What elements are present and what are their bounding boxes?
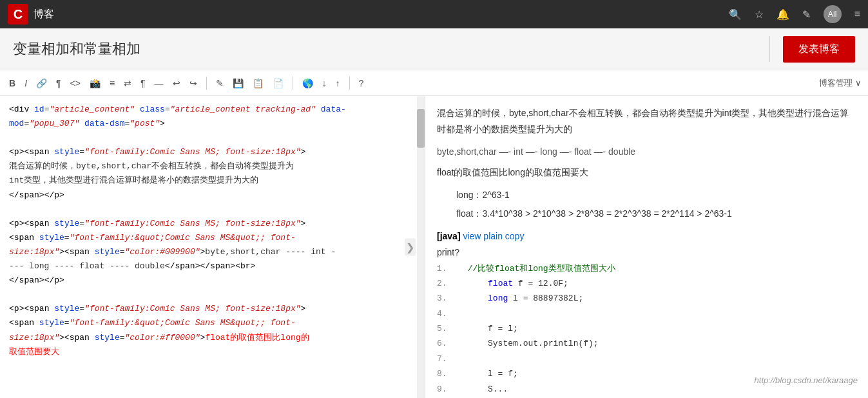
topbar: C 博客 🔍 ☆ 🔔 ✎ Ail ≡ xyxy=(0,0,868,28)
code-line-5: 混合运算的时候，byte,short,char不会相互转换，都会自动将类型提升为 xyxy=(9,159,416,174)
code-line-5: 5. f = l; xyxy=(437,321,856,336)
editor-content[interactable]: <div id="article_content" class="article… xyxy=(0,96,425,398)
paste-text-button[interactable]: 📄 xyxy=(270,77,286,90)
avatar-label: Ail xyxy=(828,10,836,19)
dropdown-arrow-icon: ∨ xyxy=(855,78,862,88)
menu-icon[interactable]: ≡ xyxy=(854,8,860,20)
header-divider xyxy=(769,36,770,62)
undo-button[interactable]: ↩ xyxy=(170,77,183,90)
code-line-4: 4. xyxy=(437,306,856,321)
bold-button[interactable]: B xyxy=(6,77,18,90)
publish-button[interactable]: 发表博客 xyxy=(783,36,855,63)
site-title: 博客 xyxy=(34,8,54,21)
code-line-12: --- long ---- float ---- double</span></… xyxy=(9,259,416,274)
star-icon[interactable]: ☆ xyxy=(755,8,764,21)
list-button[interactable]: ≡ xyxy=(107,77,117,90)
paragraph-button[interactable]: ¶ xyxy=(53,77,64,90)
redo-button[interactable]: ↪ xyxy=(187,77,200,90)
preview-para1: 混合运算的时候，byte,short,char不会相互转换，都会自动将类型提升为… xyxy=(437,105,856,137)
toolbar-separator2 xyxy=(293,77,293,90)
collapse-panel-button[interactable]: ❯ xyxy=(405,239,416,256)
indent-button[interactable]: ¶ xyxy=(138,77,148,90)
download-button[interactable]: ↓ xyxy=(320,77,329,90)
save-button[interactable]: 💾 xyxy=(230,77,246,90)
code-line-16: <span style="font-family:&quot;Comic San… xyxy=(9,316,416,330)
preview-indent2: float：3.4*10^38 > 2*10^38 > 2*8^38 = 2*2… xyxy=(456,206,856,222)
print-label: print? xyxy=(437,244,856,261)
code-line-17: size:18px"><span style="color:#ff0000">f… xyxy=(9,331,416,345)
view-plain-link[interactable]: view plain copy xyxy=(463,231,524,241)
code-line-14 xyxy=(9,288,416,302)
code-line-2: mod="popu_307" data-dsm="post"> xyxy=(9,117,416,131)
code-line-7: 7. xyxy=(437,352,856,366)
preview-indent1: long：2^63-1 xyxy=(456,187,856,203)
toolbar-right: 博客管理 ∨ xyxy=(819,77,862,89)
preview-para3: float的取值范围比long的取值范围要大 xyxy=(437,164,856,181)
paste-button[interactable]: 📋 xyxy=(250,77,266,90)
topbar-icons: 🔍 ☆ 🔔 ✎ Ail ≡ xyxy=(729,5,860,23)
divider-button[interactable]: — xyxy=(152,77,166,90)
scrollbar-thumb[interactable] xyxy=(417,109,425,148)
code-line-1: <div id="article_content" class="article… xyxy=(9,103,416,117)
code-button[interactable]: <> xyxy=(68,77,83,90)
code-line-1: 1. //比较float和long类型取值范围大小 xyxy=(437,261,856,276)
toolbar-separator xyxy=(206,77,207,90)
code-line-6: 6. System.out.println(f); xyxy=(437,336,856,351)
code-line-3 xyxy=(9,131,416,145)
code-line-6: int类型，其他类型进行混合运算时都是将小的数据类型提升为大的 xyxy=(9,174,416,188)
avatar[interactable]: Ail xyxy=(824,5,842,23)
editor-scrollbar[interactable] xyxy=(417,96,425,398)
upload-button[interactable]: ↑ xyxy=(333,77,343,90)
blog-manage-button[interactable]: 博客管理 ∨ xyxy=(819,77,862,89)
page-header: 变量相加和常量相加 发表博客 xyxy=(0,28,868,70)
preview-panel: 混合运算的时候，byte,short,char不会相互转换，都会自动将类型提升为… xyxy=(425,96,868,398)
watermark: http://blog.csdn.net/karaage xyxy=(755,373,858,388)
main-area: <div id="article_content" class="article… xyxy=(0,96,868,398)
editor-panel: <div id="article_content" class="article… xyxy=(0,96,425,398)
code-line-11: size:18px"><span style="color:#009900">b… xyxy=(9,245,416,259)
code-line-10: <span style="font-family:&quot;Comic San… xyxy=(9,231,416,245)
java-section: [java] view plain copy xyxy=(437,228,856,244)
edit-icon[interactable]: ✎ xyxy=(802,8,811,21)
page-title: 变量相加和常量相加 xyxy=(13,39,757,59)
code-line-7: </span></p> xyxy=(9,188,416,203)
help-button[interactable]: ? xyxy=(356,77,367,90)
image-button[interactable]: 📸 xyxy=(87,77,103,90)
code-line-13: </span></p> xyxy=(9,274,416,288)
java-label: [java] xyxy=(437,231,461,241)
code-line-2: 2. float f = 12.0F; xyxy=(437,276,856,291)
search-icon[interactable]: 🔍 xyxy=(729,8,742,21)
code-line-18: 取值范围要大 xyxy=(9,345,416,359)
code-line-9: <p><span style="font-family:Comic Sans M… xyxy=(9,217,416,231)
code-line-4: <p><span style="font-family:Comic Sans M… xyxy=(9,145,416,159)
italic-button[interactable]: I xyxy=(22,77,30,90)
link-button[interactable]: 🔗 xyxy=(34,77,50,90)
toolbar: B I 🔗 ¶ <> 📸 ≡ ⇄ ¶ — ↩ ↪ ✎ 💾 📋 📄 🌎 ↓ ↑ ?… xyxy=(0,70,868,96)
ordered-list-button[interactable]: ⇄ xyxy=(121,77,134,90)
bell-icon[interactable]: 🔔 xyxy=(776,8,789,21)
code-line-3: 3. long l = 88897382L; xyxy=(437,291,856,306)
code-line-15: <p><span style="font-family:Comic Sans M… xyxy=(9,302,416,316)
code-line-8 xyxy=(9,203,416,217)
source-button[interactable]: ✎ xyxy=(213,77,226,90)
blog-manage-label: 博客管理 xyxy=(819,77,853,89)
globe-button[interactable]: 🌎 xyxy=(300,77,316,90)
toolbar-separator3 xyxy=(349,77,350,90)
topbar-logo: C 博客 xyxy=(8,4,54,25)
logo-icon: C xyxy=(8,4,28,25)
preview-para2: byte,short,char —- int —- long —- float … xyxy=(437,144,856,160)
